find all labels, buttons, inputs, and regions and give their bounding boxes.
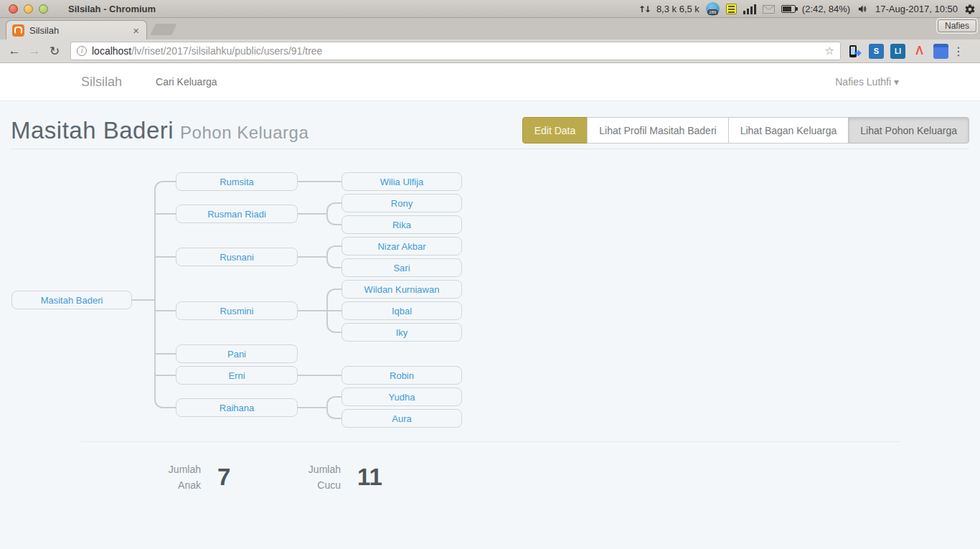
- lihat-bagan-button[interactable]: Lihat Bagan Keluarga: [728, 117, 849, 144]
- page-title-name: Masitah Baderi: [11, 117, 174, 144]
- reload-button[interactable]: ↻: [44, 44, 65, 59]
- navbar-brand[interactable]: Silsilah: [81, 75, 122, 90]
- window-minimize-button[interactable]: [24, 4, 33, 14]
- page-subtitle: Pohon Keluarga: [180, 123, 308, 142]
- tree-connector: [326, 245, 341, 268]
- tree-connector: [298, 310, 326, 311]
- browser-tab-strip: Silsilah ×: [0, 18, 980, 39]
- battery-status: (2:42, 84%): [802, 4, 850, 14]
- tree-node-grandchild[interactable]: Sari: [341, 258, 462, 277]
- tree-node-grandchild[interactable]: Wilia Ulfija: [341, 172, 462, 191]
- stat-label-anak-line2: Anak: [178, 479, 201, 491]
- edit-data-button[interactable]: Edit Data: [522, 117, 588, 144]
- laravel-extension-icon[interactable]: Λ: [912, 44, 927, 59]
- tree-node-child[interactable]: Rusman Riadi: [176, 205, 298, 223]
- url-host: localhost: [92, 45, 131, 57]
- signal-strength-icon[interactable]: [743, 4, 756, 14]
- new-tab-button[interactable]: [150, 24, 176, 35]
- browser-tab-silsilah[interactable]: Silsilah ×: [6, 20, 147, 39]
- stat-label-cucu-line2: Cucu: [317, 479, 341, 491]
- tree-connector: [298, 213, 326, 215]
- stat-label-cucu-line1: Jumlah: [308, 464, 341, 475]
- window-title: Silsilah - Chromium: [68, 4, 156, 14]
- s-extension-icon[interactable]: S: [869, 44, 884, 59]
- tree-node-grandchild[interactable]: Yudha: [341, 388, 462, 406]
- tree-node-child[interactable]: Pani: [176, 344, 298, 363]
- tree-connector: [154, 353, 176, 355]
- lihat-pohon-button[interactable]: Lihat Pohon Keluarga: [848, 117, 969, 144]
- tree-node-grandchild[interactable]: Rika: [341, 215, 462, 234]
- tree-node-grandchild[interactable]: Nizar Akbar: [341, 237, 462, 255]
- back-button[interactable]: ←: [4, 44, 24, 58]
- address-bar[interactable]: i localhost/lv/riset/2017/silsilahku/pub…: [70, 42, 841, 60]
- tree-node-child[interactable]: Erni: [176, 366, 298, 385]
- pushbullet-extension-icon[interactable]: [848, 44, 862, 58]
- notes-indicator-icon[interactable]: [726, 4, 737, 14]
- tree-node-grandchild[interactable]: Aura: [341, 409, 462, 428]
- tree-connector: [154, 375, 176, 376]
- tree-connector: [154, 310, 176, 311]
- tree-node-grandchild[interactable]: Wildan Kurniawan: [341, 280, 462, 299]
- battery-icon[interactable]: [781, 5, 796, 13]
- system-titlebar: Silsilah - Chromium ↑↓ 8,3 k 6,5 k 289 (…: [0, 0, 980, 18]
- app-navbar: Silsilah Cari Keluarga Nafies Luthfi ▾: [0, 63, 980, 101]
- extension-icons: S LI Λ: [848, 44, 948, 59]
- tree-connector: [154, 213, 176, 215]
- tree-connector: [298, 181, 341, 182]
- tree-node-child[interactable]: Rumsita: [176, 172, 298, 191]
- stat-value-cucu: 11: [357, 464, 382, 491]
- window-maximize-button[interactable]: [39, 4, 48, 14]
- stat-label-anak-line1: Jumlah: [169, 464, 201, 475]
- stat-label-cucu: JumlahCucu: [258, 461, 341, 493]
- lihat-profil-button[interactable]: Lihat Profil Masitah Baderi: [587, 117, 728, 144]
- xampp-favicon-icon: [12, 24, 24, 37]
- stat-value-anak: 7: [217, 464, 230, 491]
- action-button-group: Edit Data Lihat Profil Masitah Baderi Li…: [522, 117, 969, 144]
- tree-node-child[interactable]: Raihana: [176, 398, 298, 417]
- tree-node-root[interactable]: Masitah Baderi: [11, 291, 132, 309]
- gear-icon[interactable]: [964, 4, 976, 15]
- tree-node-grandchild[interactable]: Iqbal: [341, 301, 462, 320]
- system-tray: ↑↓ 8,3 k 6,5 k 289 (2:42, 84%) 17-Aug-20…: [639, 0, 976, 18]
- indicator-badge-icon[interactable]: 289: [706, 2, 720, 16]
- li-extension-icon[interactable]: LI: [890, 44, 905, 59]
- tree-connector: [326, 396, 341, 419]
- tree-connector: [326, 310, 341, 311]
- nav-link-cari-keluarga[interactable]: Cari Keluarga: [156, 76, 217, 88]
- tree-node-grandchild[interactable]: Iky: [341, 323, 462, 342]
- tree-node-child[interactable]: Rusnani: [176, 248, 298, 266]
- tab-close-icon[interactable]: ×: [133, 24, 139, 37]
- bookmark-star-icon[interactable]: ☆: [825, 44, 834, 57]
- user-dropdown[interactable]: Nafies Luthfi ▾: [835, 76, 899, 88]
- tree-connector: [154, 256, 176, 258]
- page-content: Masitah BaderiPohon Keluarga Edit Data L…: [0, 101, 980, 549]
- url-text[interactable]: localhost/lv/riset/2017/silsilahku/publi…: [92, 45, 825, 57]
- footer-divider: [81, 441, 899, 442]
- tree-node-child[interactable]: Rusmini: [176, 301, 298, 320]
- page-info-icon[interactable]: i: [77, 46, 87, 56]
- volume-icon[interactable]: [857, 4, 869, 14]
- blue-extension-icon[interactable]: [933, 44, 948, 59]
- mail-icon[interactable]: [763, 5, 775, 14]
- tree-connector: [326, 202, 341, 225]
- forward-button: →: [24, 44, 44, 58]
- window-controls: [9, 4, 48, 14]
- page-title: Masitah BaderiPohon Keluarga: [11, 117, 308, 144]
- clock[interactable]: 17-Aug-2017, 10:50: [875, 4, 958, 14]
- tree-connector: [132, 299, 155, 301]
- tree-connector: [298, 375, 341, 376]
- tree-node-grandchild[interactable]: Rony: [341, 194, 462, 212]
- browser-menu-icon[interactable]: ⋮: [953, 44, 964, 58]
- indicator-badge-count: 289: [707, 9, 718, 15]
- tree-node-grandchild[interactable]: Robin: [341, 366, 462, 385]
- tab-title: Silsilah: [29, 25, 133, 36]
- tree-connector: [298, 407, 326, 408]
- url-path: /lv/riset/2017/silsilahku/public/users/9…: [131, 45, 322, 57]
- stat-label-anak: JumlahAnak: [118, 461, 201, 493]
- window-close-button[interactable]: [9, 4, 18, 14]
- chevron-down-icon: ▾: [894, 76, 899, 88]
- header-divider: [11, 149, 969, 149]
- network-arrows-icon[interactable]: ↑↓: [639, 4, 650, 14]
- session-label[interactable]: Nafies: [938, 19, 976, 32]
- tree-connector: [298, 256, 326, 258]
